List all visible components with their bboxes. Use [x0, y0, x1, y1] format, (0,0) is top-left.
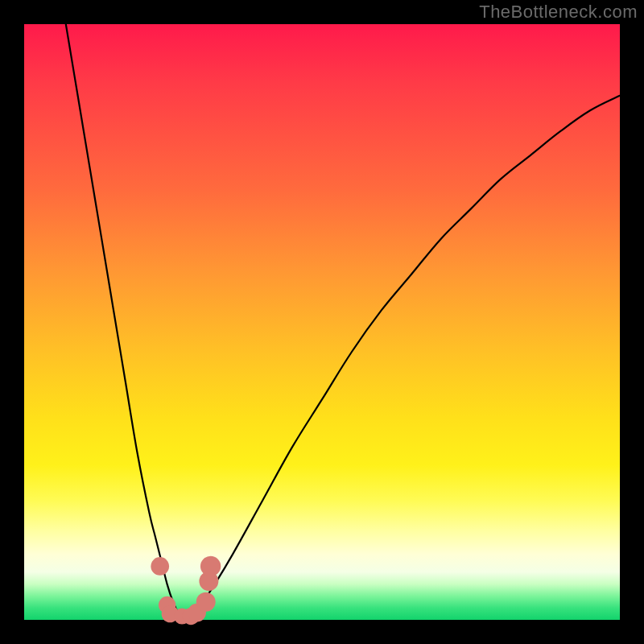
chart-frame: TheBottleneck.com	[0, 0, 644, 644]
data-marker	[200, 556, 221, 576]
marker-group	[151, 556, 221, 625]
watermark-text: TheBottleneck.com	[479, 2, 638, 23]
plot-svg	[24, 24, 620, 620]
data-marker	[151, 557, 169, 576]
data-marker	[196, 592, 216, 612]
curve-left-arm	[66, 24, 185, 620]
curve-right-arm	[185, 96, 620, 620]
plot-area	[24, 24, 620, 620]
